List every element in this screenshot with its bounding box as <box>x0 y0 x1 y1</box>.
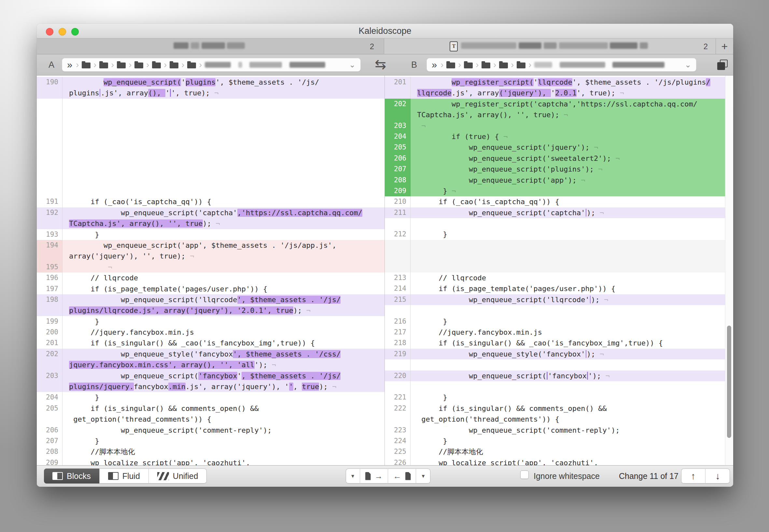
code-line: if (is_singular() && comments_open() && … <box>411 403 725 425</box>
overflow-chevron-icon[interactable]: » <box>432 60 437 70</box>
line-number-gutter: 204 <box>385 131 411 142</box>
line-number-gutter: 203 <box>37 371 63 392</box>
code-line <box>63 99 385 197</box>
code-row-197: 197 if (is_page_template('pages/user.php… <box>37 284 385 294</box>
swap-sides-icon[interactable]: ⇆ <box>375 54 386 76</box>
folder-icon[interactable] <box>134 63 143 68</box>
breadcrumb-a[interactable]: »›››››››› ⌄ <box>62 58 361 72</box>
new-comparison-button[interactable]: + <box>716 38 733 54</box>
redacted-text <box>202 42 225 49</box>
pane-b-label: B <box>411 54 417 76</box>
folder-icon[interactable] <box>482 63 490 68</box>
line-number-gutter: 205 <box>385 142 411 153</box>
line-number-gutter <box>385 305 411 316</box>
code-line: //脚本本地化 <box>63 446 385 457</box>
diff-spacer <box>385 240 725 273</box>
blocks-view-button[interactable]: Blocks <box>44 469 100 483</box>
fluid-view-button[interactable]: Fluid <box>100 469 149 483</box>
folder-icon[interactable] <box>152 63 161 68</box>
code-line: ¬ <box>411 120 725 131</box>
arrow-up-icon: ↑ <box>691 471 696 482</box>
merge-controls: ▾ → ← ▾ <box>346 469 430 483</box>
chevron-down-icon[interactable]: ⌄ <box>349 60 356 69</box>
code-line: //jquery.fancybox.min.js <box>411 327 725 338</box>
chevron-separator-icon: › <box>181 58 184 71</box>
code-line: } <box>411 229 725 240</box>
folder-icon[interactable] <box>464 63 473 68</box>
tab2-change-badge: 2 <box>704 38 708 54</box>
code-line <box>411 240 725 273</box>
ignore-whitespace-checkbox[interactable] <box>520 470 529 479</box>
code-row-199: 199 } <box>37 316 385 327</box>
plus-icon: + <box>721 40 728 53</box>
file-list-toggle-button[interactable] <box>717 60 728 70</box>
newline-marker: ¬ <box>421 122 426 130</box>
tab-comparison-2[interactable]: T 2 <box>384 38 716 54</box>
code-line: } <box>411 392 725 403</box>
copy-left-options-button[interactable]: ▾ <box>416 469 430 483</box>
folder-icon[interactable] <box>117 63 126 68</box>
scrollbar-track[interactable] <box>725 76 733 465</box>
code-line: if (is_singular() && _cao('is_fancybox_i… <box>63 338 385 348</box>
pane-a-code[interactable]: 190 wp_enqueue_script('plugins', $theme_… <box>37 76 385 465</box>
copy-to-left-button[interactable]: ← <box>388 469 416 483</box>
edit-caret-marker <box>586 350 587 358</box>
edit-caret-marker <box>590 296 591 303</box>
diff-spacer <box>37 99 385 197</box>
chevron-separator-icon: › <box>528 58 531 71</box>
folder-icon[interactable] <box>170 63 178 68</box>
line-number-gutter <box>37 99 63 197</box>
redacted-text <box>205 62 231 68</box>
newline-marker: ¬ <box>620 89 624 97</box>
chevron-separator-icon: › <box>493 58 496 71</box>
next-change-button[interactable]: ↓ <box>706 469 730 483</box>
line-number-gutter: 198 <box>37 294 63 316</box>
diff-spacer <box>385 218 725 229</box>
line-number: 206 <box>37 425 58 436</box>
previous-change-button[interactable]: ↑ <box>681 469 706 483</box>
code-row-218: 218 if (is_singular() && _cao('is_fancyb… <box>385 338 725 348</box>
copy-to-right-button[interactable]: → <box>360 469 388 483</box>
breadcrumb-b[interactable]: »›››››› ⌄ <box>426 58 696 72</box>
arrow-left-icon: ← <box>393 471 401 481</box>
line-number: 193 <box>37 229 58 240</box>
redacted-text <box>610 42 637 49</box>
tab-comparison-1[interactable]: 2 <box>37 38 384 54</box>
chevron-separator-icon: › <box>146 58 149 71</box>
edit-caret-marker <box>170 89 171 97</box>
line-number-gutter: 209 <box>37 457 63 465</box>
scrollbar-thumb[interactable] <box>727 326 731 438</box>
unified-view-button[interactable]: Unified <box>149 469 207 483</box>
line-number-gutter: 212 <box>385 229 411 240</box>
text-document-icon: T <box>450 41 458 51</box>
redacted-tab1-title <box>174 42 247 51</box>
document-icon <box>405 472 411 480</box>
redacted-text <box>612 62 664 68</box>
line-number: 219 <box>385 349 406 359</box>
redacted-text <box>238 62 242 68</box>
code-row-209: 209 wp_localize_script('app', 'caozhuti'… <box>37 457 385 465</box>
line-number-gutter: 214 <box>385 283 411 294</box>
folder-icon[interactable] <box>499 63 508 68</box>
folder-icon[interactable] <box>446 63 455 68</box>
pane-b-code[interactable]: 201 wp_register_script('llqrcode', $them… <box>385 76 733 465</box>
copy-right-options-button[interactable]: ▾ <box>346 469 360 483</box>
title-bar: Kaleidoscope <box>37 24 733 38</box>
folder-icon[interactable] <box>99 63 108 68</box>
redacted-text <box>249 62 282 68</box>
line-number-gutter: 215 <box>385 294 411 305</box>
chevron-down-icon[interactable]: ⌄ <box>685 60 691 69</box>
line-number: 208 <box>37 446 58 457</box>
folder-icon[interactable] <box>517 63 525 68</box>
line-number: 208 <box>385 175 406 186</box>
tab1-change-badge: 2 <box>370 38 374 54</box>
code-line: wp_enqueue_script('plugins', $theme_asse… <box>63 77 385 99</box>
folder-icon[interactable] <box>187 63 196 68</box>
overflow-chevron-icon[interactable]: » <box>67 60 72 70</box>
code-row-190: 190 wp_enqueue_script('plugins', $theme_… <box>37 77 385 99</box>
code-row-204: 204 if (true) { ¬ <box>385 131 725 142</box>
line-number-gutter: 208 <box>385 175 411 186</box>
code-row-203: 203 wp_enqueue_script('fancybox', $theme… <box>37 371 385 392</box>
folder-icon[interactable] <box>82 63 91 68</box>
code-row-223: 223 wp_enqueue_script('comment-reply'); <box>385 425 725 436</box>
